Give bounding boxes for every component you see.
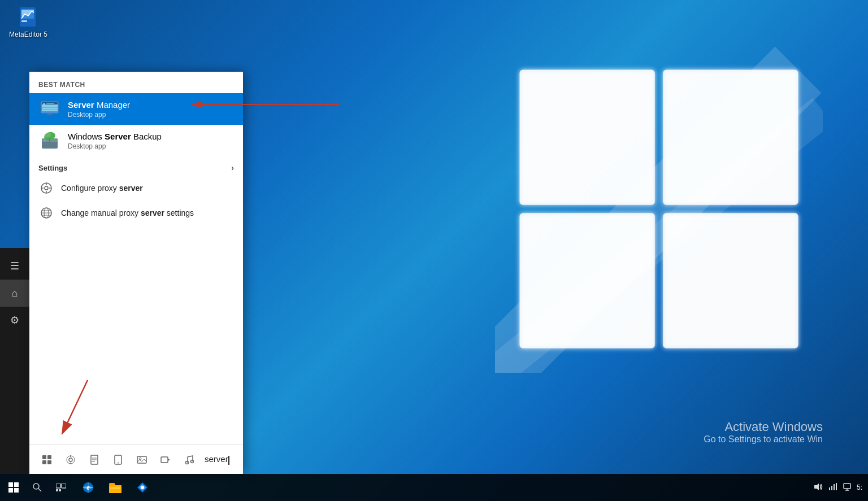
svg-point-80	[141, 486, 144, 489]
taskbar: e	[0, 474, 868, 501]
svg-rect-82	[829, 487, 830, 490]
taskbar-right-area: 5:	[814, 483, 868, 493]
svg-rect-15	[42, 107, 58, 108]
search-results-area: Best match	[29, 72, 243, 445]
svg-rect-22	[54, 140, 55, 141]
server-manager-icon	[38, 98, 61, 120]
settings-item-change-proxy[interactable]: Change manual proxy server settings	[29, 201, 243, 225]
svg-rect-77	[110, 487, 120, 489]
svg-rect-13	[43, 103, 45, 104]
change-proxy-icon	[38, 205, 54, 221]
windows-server-backup-text: Windows Server Backup Desktop app	[68, 131, 234, 150]
taskbar-action-center-icon[interactable]	[843, 483, 851, 493]
activate-windows-watermark: Activate Windows Go to Settings to activ…	[704, 420, 823, 445]
svg-text:e: e	[86, 485, 90, 491]
svg-point-52	[139, 458, 141, 460]
search-settings-icon[interactable]	[62, 451, 79, 468]
svg-rect-53	[161, 457, 168, 463]
svg-rect-70	[59, 489, 61, 491]
svg-rect-62	[14, 482, 19, 487]
svg-rect-63	[8, 488, 13, 493]
settings-section[interactable]: Settings ›	[29, 156, 243, 176]
svg-rect-69	[56, 489, 58, 491]
taskbar-time-text: 5:	[857, 483, 862, 493]
change-proxy-label: Change manual proxy server settings	[61, 208, 194, 217]
best-match-label: Best match	[29, 81, 243, 93]
svg-point-50	[118, 462, 119, 463]
svg-point-55	[186, 461, 189, 464]
search-photos-icon[interactable]	[133, 451, 150, 468]
search-music-icon[interactable]	[181, 451, 198, 468]
metaeditor-label: MetaEditor 5	[9, 31, 47, 38]
svg-rect-68	[62, 483, 66, 488]
search-video-icon[interactable]	[157, 451, 174, 468]
taskbar-search-button[interactable]	[27, 474, 47, 501]
svg-rect-67	[56, 483, 60, 488]
svg-rect-14	[46, 103, 54, 104]
svg-rect-83	[831, 486, 832, 490]
taskbar-ie-button[interactable]: e	[75, 474, 102, 501]
metaeditor-desktop-icon[interactable]: MetaEditor 5	[8, 6, 48, 38]
start-menu-panel: Best match	[29, 72, 243, 474]
start-menu-sidebar: ☰ ⌂ ⚙	[0, 248, 29, 474]
activate-line2: Go to Settings to activate Win	[704, 434, 823, 445]
taskbar-network-icon[interactable]	[828, 483, 837, 493]
svg-rect-38	[47, 455, 51, 459]
svg-rect-37	[42, 455, 46, 459]
windows-server-backup-title: Windows Server Backup	[68, 131, 234, 142]
search-input-display[interactable]: server	[205, 454, 234, 464]
svg-point-27	[45, 186, 48, 190]
svg-rect-85	[836, 483, 837, 490]
svg-marker-81	[814, 483, 819, 490]
taskbar-volume-icon[interactable]	[814, 483, 823, 493]
settings-chevron-icon: ›	[231, 163, 234, 172]
search-bar: server	[29, 445, 243, 474]
configure-proxy-label: Configure proxy server	[61, 184, 143, 193]
taskbar-task-view-button[interactable]	[47, 474, 75, 501]
result-windows-server-backup[interactable]: Windows Server Backup Desktop app	[29, 125, 243, 156]
server-manager-text: Server Manager Desktop app	[68, 99, 234, 119]
svg-rect-61	[8, 482, 13, 487]
taskbar-file-explorer-button[interactable]	[102, 474, 129, 501]
activate-line1: Activate Windows	[704, 420, 823, 434]
svg-rect-8	[21, 20, 27, 22]
sidebar-hamburger[interactable]: ☰	[0, 252, 29, 280]
metaeditor-icon	[17, 6, 40, 28]
settings-label: Settings	[38, 164, 67, 172]
search-all-icon[interactable]	[38, 451, 55, 468]
windows-server-backup-subtitle: Desktop app	[68, 142, 234, 150]
svg-line-66	[38, 489, 41, 491]
search-text: server	[205, 454, 228, 464]
svg-rect-84	[834, 484, 835, 490]
svg-point-56	[191, 460, 194, 463]
svg-rect-0	[520, 70, 655, 205]
server-manager-subtitle: Desktop app	[68, 111, 234, 119]
search-docs-icon[interactable]	[86, 451, 103, 468]
sidebar-settings[interactable]: ⚙	[0, 307, 29, 334]
svg-point-41	[69, 458, 72, 461]
svg-point-42	[67, 456, 75, 464]
search-cursor	[228, 456, 229, 465]
svg-rect-21	[44, 140, 46, 141]
result-server-manager[interactable]: Server Manager Desktop app	[29, 93, 243, 125]
taskbar-time[interactable]: 5:	[857, 483, 862, 493]
windows-logo-desktop	[495, 45, 823, 373]
svg-marker-54	[168, 459, 170, 461]
svg-point-65	[33, 483, 39, 489]
svg-rect-16	[42, 109, 58, 110]
search-category-icons	[38, 451, 198, 468]
svg-rect-39	[42, 460, 46, 464]
svg-rect-64	[14, 488, 19, 493]
configure-proxy-icon	[38, 180, 54, 196]
svg-rect-18	[45, 115, 54, 116]
sidebar-home[interactable]: ⌂	[0, 280, 29, 307]
svg-rect-76	[109, 485, 121, 493]
server-manager-title: Server Manager	[68, 99, 234, 111]
svg-rect-40	[47, 460, 51, 464]
search-tablet-icon[interactable]	[110, 451, 127, 468]
svg-rect-86	[844, 483, 850, 489]
taskbar-start-button[interactable]	[0, 474, 27, 501]
taskbar-app-button[interactable]	[129, 474, 156, 501]
windows-server-backup-icon	[38, 129, 61, 152]
settings-item-configure-proxy[interactable]: Configure proxy server	[29, 176, 243, 201]
